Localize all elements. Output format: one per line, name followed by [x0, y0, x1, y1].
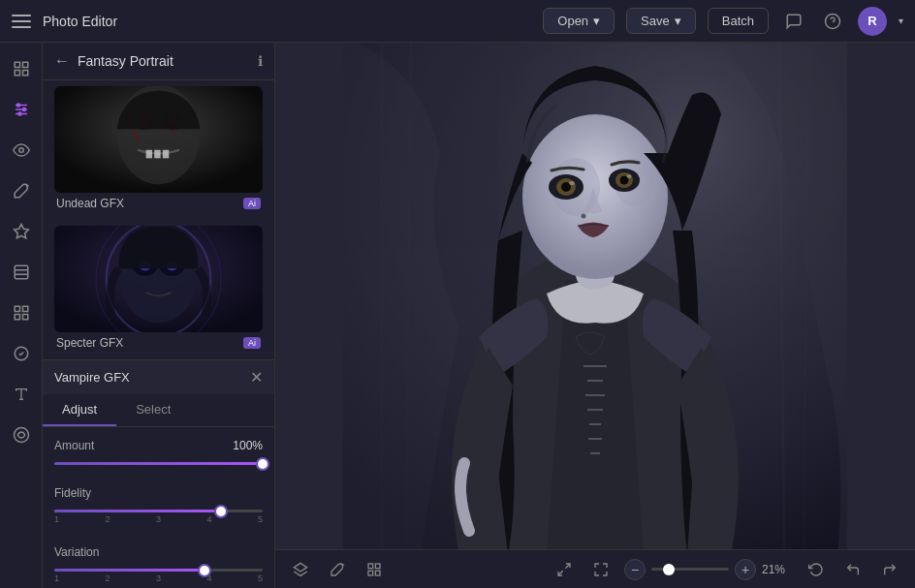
topbar: Photo Editor Open ▾ Save ▾ Batch R ▾ — [0, 0, 915, 43]
chat-icon[interactable] — [780, 8, 807, 35]
vampire-tabs: Adjust Select — [43, 394, 274, 427]
zoom-track[interactable] — [651, 568, 729, 571]
fidelity-ticks: 1 2 3 4 5 — [54, 514, 263, 524]
svg-rect-17 — [22, 306, 27, 311]
svg-rect-29 — [146, 150, 152, 159]
menu-icon[interactable] — [12, 12, 31, 31]
svg-point-11 — [18, 148, 23, 153]
svg-rect-2 — [22, 62, 27, 67]
svg-rect-19 — [15, 315, 19, 320]
variation-track — [54, 569, 263, 572]
amount-slider[interactable] — [54, 462, 263, 477]
svg-point-8 — [16, 104, 19, 107]
avatar[interactable]: R — [858, 7, 887, 36]
amount-row: Amount 100% — [54, 439, 263, 452]
fidelity-thumb[interactable] — [214, 505, 228, 518]
amount-thumb[interactable] — [256, 457, 269, 471]
specter-label-row: Specter GFX Ai — [54, 332, 263, 354]
panel-title: Fantasy Portrait — [78, 53, 250, 69]
sidebar-item-layers[interactable] — [5, 256, 38, 289]
svg-line-79 — [558, 571, 563, 575]
save-button[interactable]: Save ▾ — [626, 8, 696, 34]
expand-icon[interactable] — [587, 556, 615, 583]
help-icon[interactable] — [819, 8, 846, 35]
app-title: Photo Editor — [43, 14, 117, 29]
fidelity-fill — [54, 510, 221, 512]
vampire-title: Vampire GFX — [54, 370, 250, 385]
layers-icon[interactable] — [287, 556, 314, 583]
open-button[interactable]: Open ▾ — [543, 8, 615, 34]
zoom-thumb[interactable] — [663, 564, 675, 575]
fit-icon[interactable] — [551, 556, 578, 583]
sidebar-item-grid[interactable] — [5, 296, 38, 329]
back-button[interactable]: ← — [54, 52, 70, 70]
brush-icon[interactable] — [324, 556, 351, 583]
panel-header: ← Fantasy Portrait ℹ — [43, 43, 274, 80]
panel: ← Fantasy Portrait ℹ — [43, 43, 275, 588]
redo-button[interactable] — [876, 556, 903, 583]
sidebar-item-effects[interactable] — [5, 215, 38, 248]
svg-point-9 — [22, 108, 25, 111]
variation-thumb[interactable] — [198, 564, 211, 577]
zoom-in-button[interactable]: + — [735, 559, 756, 580]
bottom-bar: − + 21% — [275, 549, 915, 588]
svg-rect-1 — [15, 62, 19, 67]
svg-point-70 — [569, 181, 575, 185]
fidelity-slider[interactable]: 1 2 3 4 5 — [54, 510, 263, 536]
svg-line-78 — [565, 564, 570, 569]
info-button[interactable]: ℹ — [258, 53, 263, 69]
svg-rect-4 — [15, 71, 19, 76]
fidelity-row: Fidelity — [54, 486, 263, 500]
amount-label: Amount — [54, 439, 94, 452]
sidebar-item-brush[interactable] — [5, 174, 38, 207]
sidebar-item-export[interactable] — [5, 337, 38, 370]
image-canvas — [275, 43, 915, 549]
specter-ai-badge: Ai — [243, 337, 261, 349]
undo-button[interactable] — [839, 556, 867, 583]
vampire-panel: Vampire GFX ✕ Adjust Select Amount 100% — [43, 359, 274, 588]
fidelity-track — [54, 510, 263, 512]
grid-icon[interactable] — [361, 556, 388, 583]
sidebar-item-mask[interactable] — [5, 418, 38, 451]
svg-point-72 — [582, 214, 586, 219]
undead-label-row: Undead GFX Ai — [54, 193, 263, 214]
sidebar-item-eye[interactable] — [5, 134, 38, 167]
sidebar-item-text[interactable] — [5, 378, 38, 411]
main-area: ← Fantasy Portrait ℹ — [0, 43, 915, 588]
tab-adjust[interactable]: Adjust — [43, 394, 116, 426]
image-area: − + 21% — [275, 43, 915, 588]
amount-value: 100% — [233, 439, 263, 452]
svg-rect-16 — [15, 306, 19, 311]
panel-scroll: Undead GFX Ai — [43, 80, 274, 588]
icon-bar — [0, 43, 43, 588]
fidelity-label: Fidelity — [54, 486, 91, 500]
svg-rect-76 — [375, 571, 380, 575]
variation-ticks: 1 2 3 4 5 — [54, 573, 263, 583]
svg-marker-73 — [294, 563, 306, 572]
vampire-close-button[interactable]: ✕ — [250, 368, 263, 387]
svg-rect-13 — [15, 265, 28, 279]
svg-rect-74 — [368, 564, 373, 569]
topbar-right: R ▾ — [780, 7, 903, 36]
undead-label: Undead GFX — [56, 197, 237, 210]
vampire-controls: Amount 100% Fidelity — [43, 427, 274, 588]
svg-rect-77 — [368, 571, 373, 575]
sidebar-item-home[interactable] — [5, 52, 38, 85]
sidebar-item-adjust[interactable] — [5, 93, 38, 126]
refresh-icon[interactable] — [803, 556, 830, 583]
tab-select[interactable]: Select — [116, 394, 190, 426]
vampire-header: Vampire GFX ✕ — [43, 360, 274, 394]
list-item[interactable]: Undead GFX Ai — [43, 80, 274, 220]
variation-slider[interactable]: 1 2 3 4 5 — [54, 569, 263, 588]
svg-point-71 — [627, 174, 632, 178]
variation-label: Variation — [54, 545, 99, 559]
undead-ai-badge: Ai — [243, 198, 261, 209]
batch-button[interactable]: Batch — [708, 8, 769, 34]
specter-thumbnail — [54, 226, 263, 332]
main-image — [343, 43, 847, 549]
zoom-out-button[interactable]: − — [624, 559, 646, 580]
svg-marker-12 — [14, 225, 28, 238]
list-item[interactable]: Specter GFX Ai — [43, 220, 274, 359]
zoom-controls: − + 21% — [624, 559, 793, 580]
avatar-chevron[interactable]: ▾ — [899, 15, 903, 26]
